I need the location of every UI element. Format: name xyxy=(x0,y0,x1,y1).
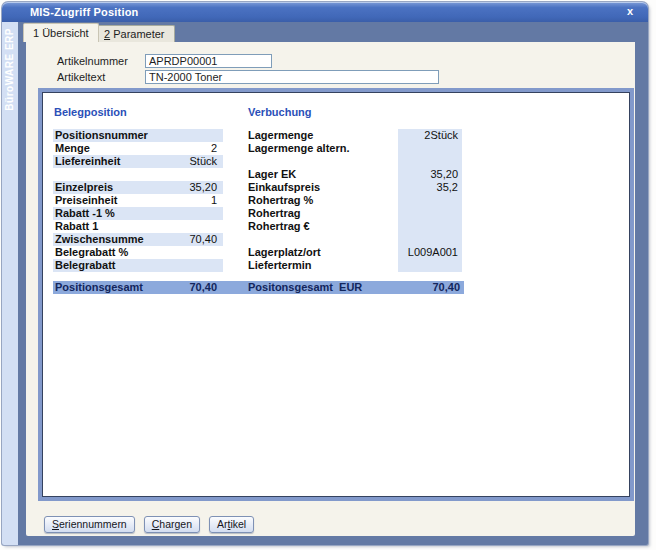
dialog-window: MIS-Zugriff Position x BüroWARE ERP 1 Üb… xyxy=(2,2,648,545)
value-right-spacer-1 xyxy=(398,155,462,168)
value-lagermenge: 2Stück xyxy=(398,129,462,142)
row-rabatt-1-prozent: Rabatt -1 % xyxy=(53,207,223,220)
tab-uebersicht[interactable]: 1 Übersicht xyxy=(23,23,99,42)
value-rohertrag-prozent xyxy=(398,194,462,207)
label-right-spacer-2 xyxy=(248,233,396,246)
artikelnummer-input[interactable] xyxy=(145,54,272,68)
bottom-button-bar: Seriennummern Chargen Artikel xyxy=(44,516,254,533)
value-rohertrag-eur xyxy=(398,220,462,233)
window-title: MIS-Zugriff Position xyxy=(30,2,138,22)
row-preiseinheit: Preiseinheit1 xyxy=(53,194,223,207)
seriennummern-button[interactable]: Seriennummern xyxy=(44,516,135,533)
value-lagermenge-altern xyxy=(398,142,462,155)
article-fields: Artikelnummer Artikeltext xyxy=(57,53,439,85)
brand-strip: BüroWARE ERP xyxy=(2,22,18,545)
artikeltext-input[interactable] xyxy=(145,70,439,84)
positionsgesamt-label: Positionsgesamt xyxy=(53,281,159,294)
artikelnummer-label: Artikelnummer xyxy=(57,55,145,67)
value-lagerplatz-ort: L009A001 xyxy=(398,246,462,259)
value-right-spacer-2 xyxy=(398,233,462,246)
close-icon[interactable]: x xyxy=(622,4,638,19)
row-positionsnummer: Positionsnummer xyxy=(53,129,223,142)
row-liefereinheit: LiefereinheitStück xyxy=(53,155,223,168)
tab-parameter[interactable]: 2 Parameter xyxy=(94,25,175,42)
field-row-artikeltext: Artikeltext xyxy=(57,69,439,84)
value-einkaufspreis: 35,2 xyxy=(398,181,462,194)
label-lagerplatz-ort: Lagerplatz/ort xyxy=(248,246,396,259)
field-row-artikelnummer: Artikelnummer xyxy=(57,53,439,68)
label-einkaufspreis: Einkaufspreis xyxy=(248,181,396,194)
value-lager-ek: 35,20 xyxy=(398,168,462,181)
value-rohertrag xyxy=(398,207,462,220)
label-lagermenge-altern: Lagermenge altern. xyxy=(248,142,396,155)
row-rabatt-1: Rabatt 1 xyxy=(53,220,223,233)
label-rohertrag-prozent: Rohertrag % xyxy=(248,194,396,207)
artikel-button[interactable]: Artikel xyxy=(209,516,254,533)
row-zwischensumme: Zwischensumme70,40 xyxy=(53,233,223,246)
row-menge: Menge2 xyxy=(53,142,223,155)
positionsgesamt-eur-value: 70,40 xyxy=(398,281,464,294)
position-total-band: Positionsgesamt 70,40 Positonsgesamt EUR… xyxy=(53,281,464,294)
value-liefertermin xyxy=(398,259,462,272)
position-detail-panel: Belegposition Verbuchung Positionsnummer… xyxy=(42,92,630,497)
label-rohertrag-eur: Rohertrag € xyxy=(248,220,396,233)
row-belegrabatt: Belegrabatt xyxy=(53,259,223,272)
screen: MIS-Zugriff Position x BüroWARE ERP 1 Üb… xyxy=(0,0,656,550)
row-einzelpreis: Einzelpreis35,20 xyxy=(53,181,223,194)
belegposition-header: Belegposition xyxy=(54,106,127,118)
window-body: BüroWARE ERP 1 Übersicht 2 Parameter Art… xyxy=(2,22,648,545)
artikeltext-label: Artikeltext xyxy=(57,71,145,83)
positionsgesamt-eur-label: Positonsgesamt EUR xyxy=(248,281,398,294)
title-bar[interactable]: MIS-Zugriff Position x xyxy=(2,2,648,22)
row-left-spacer xyxy=(53,168,223,181)
tab-page-uebersicht: Artikelnummer Artikeltext Belegposition … xyxy=(26,42,635,536)
label-liefertermin: Liefertermin xyxy=(248,259,396,272)
positionsgesamt-value: 70,40 xyxy=(159,281,223,294)
brand-vertical-label: BüroWARE ERP xyxy=(4,28,15,111)
label-right-spacer-1 xyxy=(248,155,396,168)
verbuchung-header: Verbuchung xyxy=(248,106,312,118)
tab-strip: 1 Übersicht 2 Parameter xyxy=(18,22,648,42)
label-lagermenge: Lagermenge xyxy=(248,129,396,142)
main-area: 1 Übersicht 2 Parameter Artikelnummer Ar… xyxy=(18,22,648,545)
label-rohertrag: Rohertrag xyxy=(248,207,396,220)
row-belegrabatt-prozent: Belegrabatt % xyxy=(53,246,223,259)
chargen-button[interactable]: Chargen xyxy=(144,516,200,533)
label-lager-ek: Lager EK xyxy=(248,168,396,181)
